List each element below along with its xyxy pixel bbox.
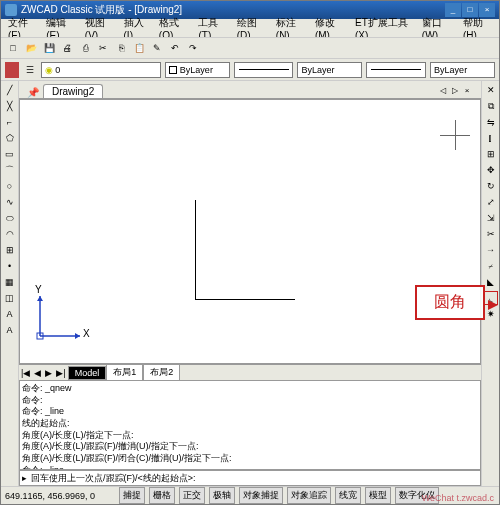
line-icon[interactable]: ╱ bbox=[3, 83, 17, 97]
command-history[interactable]: 命令: _qnew 命令: 命令: _line 线的起始点: 角度(A)/长度(… bbox=[19, 380, 481, 470]
erase-icon[interactable]: ✕ bbox=[484, 83, 498, 97]
region-icon[interactable]: ◫ bbox=[3, 291, 17, 305]
paste-icon[interactable]: 📋 bbox=[131, 40, 147, 56]
ucs-y-label: Y bbox=[35, 284, 42, 295]
annotation-callout: 圆角 bbox=[415, 285, 485, 320]
osnap-toggle[interactable]: 对象捕捉 bbox=[239, 487, 283, 504]
layer-dropdown[interactable]: ◉ 0 bbox=[41, 62, 161, 78]
center-column: 📌 Drawing2 ◁ ▷ × bbox=[19, 81, 481, 486]
save-icon[interactable]: 💾 bbox=[41, 40, 57, 56]
match-icon[interactable]: ✎ bbox=[149, 40, 165, 56]
cmd-line: 角度(A)/长度(L)/指定下一点: bbox=[22, 430, 478, 442]
command-input[interactable]: ▸回车使用上一次点/跟踪(F)/<线的起始点>: bbox=[19, 470, 481, 486]
main-area: ╱ ╳ ⌐ ⬠ ▭ ⌒ ○ ∿ ⬭ ◠ ⊞ • ▦ ◫ A A 📌 Drawin… bbox=[1, 81, 499, 486]
mirror-icon[interactable]: ⇋ bbox=[484, 115, 498, 129]
chamfer-icon[interactable]: ◣ bbox=[484, 275, 498, 289]
array-icon[interactable]: ⊞ bbox=[484, 147, 498, 161]
layer-manager-icon[interactable]: ☰ bbox=[23, 62, 37, 78]
menubar: 文件(F) 编辑(E) 视图(V) 插入(I) 格式(O) 工具(T) 绘图(D… bbox=[1, 19, 499, 37]
print-icon[interactable]: 🖨 bbox=[59, 40, 75, 56]
statusbar: 649.1165, 456.9969, 0 捕捉 栅格 正交 极轴 对象捕捉 对… bbox=[1, 486, 499, 504]
coordinate-display: 649.1165, 456.9969, 0 bbox=[5, 491, 115, 501]
polyline-icon[interactable]: ⌐ bbox=[3, 115, 17, 129]
rectangle-icon[interactable]: ▭ bbox=[3, 147, 17, 161]
otrack-toggle[interactable]: 对象追踪 bbox=[287, 487, 331, 504]
polar-toggle[interactable]: 极轴 bbox=[209, 487, 235, 504]
document-tabs: 📌 Drawing2 ◁ ▷ × bbox=[19, 81, 481, 99]
draw-toolbar: ╱ ╳ ⌐ ⬠ ▭ ⌒ ○ ∿ ⬭ ◠ ⊞ • ▦ ◫ A A bbox=[1, 81, 19, 486]
tab-prev-icon[interactable]: ◁ bbox=[437, 86, 449, 98]
layer-color-icon[interactable] bbox=[5, 62, 19, 78]
lineweight-label[interactable]: ByLayer bbox=[430, 62, 495, 78]
ortho-toggle[interactable]: 正交 bbox=[179, 487, 205, 504]
extend-icon[interactable]: → bbox=[484, 243, 498, 257]
copy-object-icon[interactable]: ⧉ bbox=[484, 99, 498, 113]
svg-marker-1 bbox=[75, 333, 80, 339]
properties-toolbar: ☰ ◉ 0 ByLayer ByLayer ByLayer bbox=[1, 59, 499, 81]
rotate-icon[interactable]: ↻ bbox=[484, 179, 498, 193]
preview-icon[interactable]: ⎙ bbox=[77, 40, 93, 56]
linetype-label[interactable]: ByLayer bbox=[297, 62, 362, 78]
text-icon[interactable]: A bbox=[3, 307, 17, 321]
trim-icon[interactable]: ✂ bbox=[484, 227, 498, 241]
stretch-icon[interactable]: ⇲ bbox=[484, 211, 498, 225]
offset-icon[interactable]: ⫿ bbox=[484, 131, 498, 145]
tab-next-icon[interactable]: ▷ bbox=[449, 86, 461, 98]
cmd-line: 角度(A)/长度(L)/跟踪(F)/闭合(C)/撤消(U)/指定下一点: bbox=[22, 453, 478, 465]
standard-toolbar: □ 📂 💾 🖨 ⎙ ✂ ⎘ 📋 ✎ ↶ ↷ bbox=[1, 37, 499, 59]
tab-right-icon[interactable]: ▶ bbox=[43, 368, 54, 378]
mtext-icon[interactable]: A bbox=[3, 323, 17, 337]
layout-tabs: |◀ ◀ ▶ ▶| Model 布局1 布局2 bbox=[19, 364, 481, 380]
tab-left-icon[interactable]: ◀ bbox=[32, 368, 43, 378]
drawn-lshape bbox=[195, 200, 295, 300]
cut-icon[interactable]: ✂ bbox=[95, 40, 111, 56]
break-icon[interactable]: ⌿ bbox=[484, 259, 498, 273]
svg-marker-3 bbox=[37, 296, 43, 301]
grid-toggle[interactable]: 栅格 bbox=[149, 487, 175, 504]
snap-toggle[interactable]: 捕捉 bbox=[119, 487, 145, 504]
ellipse-icon[interactable]: ⬭ bbox=[3, 211, 17, 225]
scale-icon[interactable]: ⤢ bbox=[484, 195, 498, 209]
open-icon[interactable]: 📂 bbox=[23, 40, 39, 56]
cmd-line: 命令: _line bbox=[22, 406, 478, 418]
lineweight-dropdown[interactable] bbox=[366, 62, 426, 78]
layer-name: 0 bbox=[55, 65, 60, 75]
circle-icon[interactable]: ○ bbox=[3, 179, 17, 193]
command-prompt: 回车使用上一次点/跟踪(F)/<线的起始点>: bbox=[31, 472, 196, 485]
move-icon[interactable]: ✥ bbox=[484, 163, 498, 177]
pin-icon[interactable]: 📌 bbox=[27, 87, 39, 98]
modify-toolbar: ✕ ⧉ ⇋ ⫿ ⊞ ✥ ↻ ⤢ ⇲ ✂ → ⌿ ◣ ◟ ✷ bbox=[481, 81, 499, 486]
redo-icon[interactable]: ↷ bbox=[185, 40, 201, 56]
crosshair-cursor bbox=[440, 120, 470, 150]
point-icon[interactable]: • bbox=[3, 259, 17, 273]
layout2-tab[interactable]: 布局2 bbox=[143, 364, 180, 381]
undo-icon[interactable]: ↶ bbox=[167, 40, 183, 56]
tab-last-icon[interactable]: ▶| bbox=[54, 368, 67, 378]
linetype-dropdown[interactable] bbox=[234, 62, 294, 78]
model-tab[interactable]: Model bbox=[68, 366, 107, 380]
ucs-x-label: X bbox=[83, 328, 90, 339]
cmd-line: 命令: bbox=[22, 395, 478, 407]
copy-icon[interactable]: ⎘ bbox=[113, 40, 129, 56]
cmd-line: 角度(A)/长度(L)/跟踪(F)/撤消(U)/指定下一点: bbox=[22, 441, 478, 453]
app-window: ZWCAD Classic 试用版 - [Drawing2] _ □ × 文件(… bbox=[0, 0, 500, 505]
hatch-icon[interactable]: ▦ bbox=[3, 275, 17, 289]
document-tab[interactable]: Drawing2 bbox=[43, 84, 103, 98]
layout1-tab[interactable]: 布局1 bbox=[106, 364, 143, 381]
ellipse-arc-icon[interactable]: ◠ bbox=[3, 227, 17, 241]
xline-icon[interactable]: ╳ bbox=[3, 99, 17, 113]
lwt-toggle[interactable]: 线宽 bbox=[335, 487, 361, 504]
drawing-canvas[interactable]: X Y 圆角 bbox=[19, 99, 481, 364]
tab-close-icon[interactable]: × bbox=[461, 86, 473, 98]
polygon-icon[interactable]: ⬠ bbox=[3, 131, 17, 145]
model-toggle[interactable]: 模型 bbox=[365, 487, 391, 504]
arc-icon[interactable]: ⌒ bbox=[3, 163, 17, 177]
tab-first-icon[interactable]: |◀ bbox=[19, 368, 32, 378]
insert-block-icon[interactable]: ⊞ bbox=[3, 243, 17, 257]
color-dropdown[interactable]: ByLayer bbox=[165, 62, 230, 78]
spline-icon[interactable]: ∿ bbox=[3, 195, 17, 209]
ucs-icon: X Y bbox=[35, 296, 85, 348]
annotation-arrow-icon bbox=[488, 300, 498, 310]
new-icon[interactable]: □ bbox=[5, 40, 21, 56]
cmd-line: 线的起始点: bbox=[22, 418, 478, 430]
